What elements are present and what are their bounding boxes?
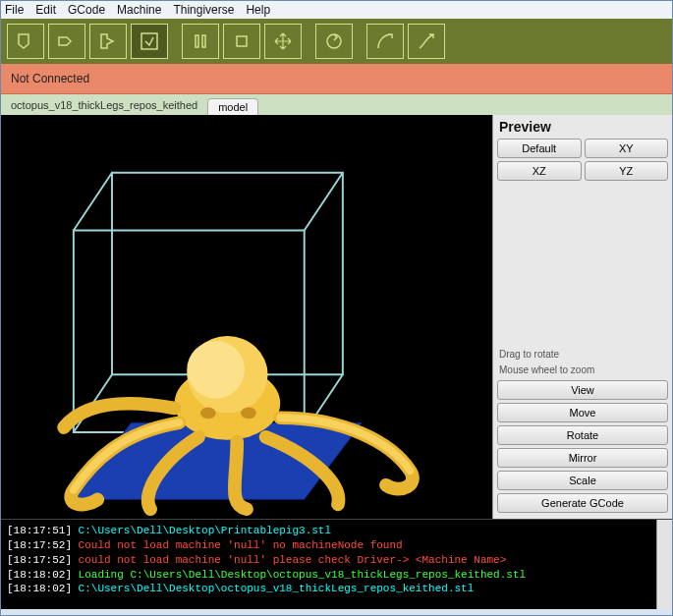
status-text: Not Connected bbox=[11, 72, 89, 85]
viewport-3d[interactable] bbox=[1, 115, 492, 519]
console-scrollbar[interactable] bbox=[656, 520, 672, 609]
move-icon[interactable] bbox=[264, 24, 302, 59]
log-line: [18:18:02] C:\Users\Dell\Desktop\octopus… bbox=[7, 582, 666, 596]
console-log: [18:17:51] C:\Users\Dell\Desktop\Printab… bbox=[1, 519, 672, 609]
next-icon[interactable] bbox=[89, 24, 127, 59]
side-panel: Preview Default XY XZ YZ Drag to rotate … bbox=[492, 115, 672, 519]
toolbar bbox=[1, 19, 672, 64]
menu-edit[interactable]: Edit bbox=[35, 3, 56, 17]
view-button[interactable]: View bbox=[497, 380, 668, 400]
menu-gcode[interactable]: GCode bbox=[68, 3, 105, 17]
preview-title: Preview bbox=[493, 115, 672, 139]
svg-rect-1 bbox=[202, 35, 205, 47]
svg-point-7 bbox=[187, 341, 245, 399]
load-icon[interactable] bbox=[7, 24, 44, 59]
view-default-button[interactable]: Default bbox=[497, 139, 582, 158]
log-line: [18:18:02] Loading C:\Users\Dell\Desktop… bbox=[7, 568, 666, 583]
log-line: [18:17:52] could not load machine 'null'… bbox=[7, 553, 666, 568]
scale-button[interactable]: Scale bbox=[497, 471, 668, 490]
view-yz-button[interactable]: YZ bbox=[585, 161, 669, 181]
view-xz-button[interactable]: XZ bbox=[497, 161, 582, 181]
mirror-button[interactable]: Mirror bbox=[497, 448, 668, 468]
menu-machine[interactable]: Machine bbox=[117, 3, 161, 17]
svg-rect-0 bbox=[196, 35, 198, 47]
generate-gcode-button[interactable]: Generate GCode bbox=[497, 493, 668, 513]
svg-point-9 bbox=[241, 407, 256, 419]
hint-rotate: Drag to rotate bbox=[493, 347, 672, 363]
file-name-label: octopus_v18_thickLegs_repos_keithed bbox=[7, 96, 201, 115]
reset-icon[interactable] bbox=[315, 24, 353, 59]
rotate-button[interactable]: Rotate bbox=[497, 425, 668, 445]
menu-thingiverse[interactable]: Thingiverse bbox=[173, 3, 234, 17]
tab-model[interactable]: model bbox=[207, 98, 258, 115]
menu-bar: File Edit GCode Machine Thingiverse Help bbox=[1, 1, 672, 19]
curve2-icon[interactable] bbox=[408, 24, 445, 59]
stop-icon[interactable] bbox=[223, 24, 260, 59]
export-icon[interactable] bbox=[48, 24, 85, 59]
menu-help[interactable]: Help bbox=[246, 3, 270, 17]
tabs-row: octopus_v18_thickLegs_repos_keithed mode… bbox=[1, 94, 672, 115]
move-button[interactable]: Move bbox=[497, 403, 668, 422]
svg-point-8 bbox=[200, 407, 216, 419]
menu-file[interactable]: File bbox=[5, 3, 24, 17]
log-line: [18:17:52] Could not load machine 'null'… bbox=[7, 538, 666, 553]
window-resize-grip[interactable] bbox=[1, 609, 672, 615]
svg-rect-2 bbox=[237, 36, 247, 46]
main-area: Preview Default XY XZ YZ Drag to rotate … bbox=[1, 115, 672, 519]
hint-zoom: Mouse wheel to zoom bbox=[493, 363, 672, 378]
status-bar: Not Connected bbox=[1, 64, 672, 94]
build-icon[interactable] bbox=[131, 24, 168, 59]
view-xy-button[interactable]: XY bbox=[585, 139, 669, 158]
pause-icon[interactable] bbox=[182, 24, 219, 59]
log-line: [18:17:51] C:\Users\Dell\Desktop\Printab… bbox=[7, 524, 666, 538]
svg-point-3 bbox=[327, 34, 341, 48]
curve1-icon[interactable] bbox=[366, 24, 404, 59]
